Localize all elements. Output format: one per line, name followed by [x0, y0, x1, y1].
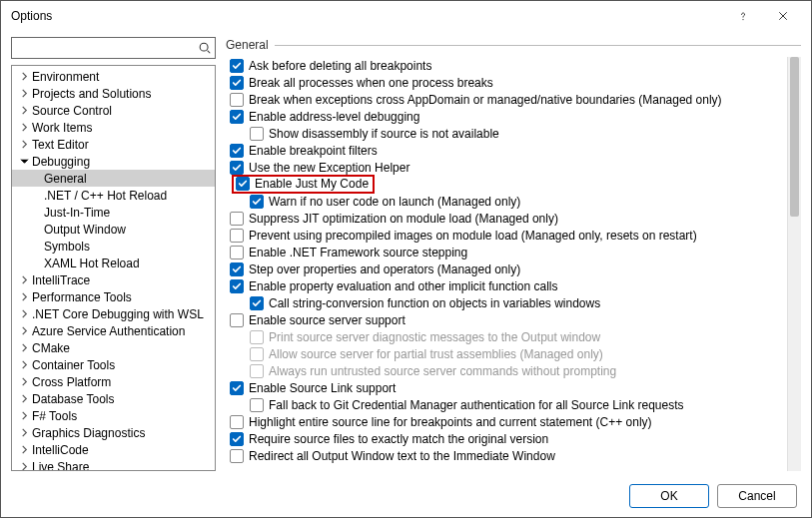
- checkbox[interactable]: [230, 313, 244, 327]
- chevron-right-icon[interactable]: [18, 89, 30, 98]
- chevron-right-icon[interactable]: [18, 360, 30, 369]
- option-row[interactable]: Ask before deleting all breakpoints: [226, 57, 783, 74]
- checkbox[interactable]: [230, 449, 244, 463]
- chevron-right-icon[interactable]: [18, 428, 30, 437]
- tree-item[interactable]: Just-In-Time: [12, 204, 215, 221]
- option-label: Warn if no user code on launch (Managed …: [269, 195, 520, 209]
- checkbox[interactable]: [250, 127, 264, 141]
- option-row[interactable]: Enable breakpoint filters: [226, 142, 783, 159]
- checkbox[interactable]: [230, 212, 244, 226]
- option-row[interactable]: Enable Source Link support: [226, 379, 783, 396]
- tree-item[interactable]: F# Tools: [12, 407, 215, 424]
- tree-item[interactable]: Graphics Diagnostics: [12, 424, 215, 441]
- option-label: Suppress JIT optimization on module load…: [249, 212, 558, 226]
- chevron-right-icon[interactable]: [18, 72, 30, 81]
- search-input[interactable]: [12, 38, 195, 58]
- chevron-right-icon[interactable]: [18, 275, 30, 284]
- option-row[interactable]: Highlight entire source line for breakpo…: [226, 413, 783, 430]
- option-row[interactable]: Enable address-level debugging: [226, 108, 783, 125]
- tree-item[interactable]: .NET / C++ Hot Reload: [12, 187, 215, 204]
- tree-item[interactable]: Debugging: [12, 153, 215, 170]
- tree-item[interactable]: Container Tools: [12, 356, 215, 373]
- ok-button[interactable]: OK: [629, 484, 709, 508]
- option-row[interactable]: Prevent using precompiled images on modu…: [226, 227, 783, 244]
- checkbox[interactable]: [250, 398, 264, 412]
- tree-item[interactable]: Database Tools: [12, 390, 215, 407]
- option-row[interactable]: Show disassembly if source is not availa…: [226, 125, 783, 142]
- search-box[interactable]: [11, 37, 216, 59]
- tree-item[interactable]: Environment: [12, 68, 215, 85]
- option-row[interactable]: Suppress JIT optimization on module load…: [226, 210, 783, 227]
- option-row[interactable]: Enable Just My Code: [226, 176, 783, 193]
- chevron-right-icon[interactable]: [18, 462, 30, 471]
- option-row[interactable]: Fall back to Git Credential Manager auth…: [226, 396, 783, 413]
- option-row: Always run untrusted source server comma…: [226, 362, 783, 379]
- chevron-right-icon[interactable]: [18, 377, 30, 386]
- tree-item[interactable]: Source Control: [12, 102, 215, 119]
- tree-item[interactable]: Work Items: [12, 119, 215, 136]
- checkbox[interactable]: [250, 296, 264, 310]
- tree-item[interactable]: Output Window: [12, 221, 215, 238]
- checkbox[interactable]: [230, 246, 244, 259]
- option-row[interactable]: Warn if no user code on launch (Managed …: [226, 193, 783, 210]
- option-label: Break all processes when one process bre…: [249, 76, 493, 90]
- checkbox[interactable]: [230, 144, 244, 158]
- option-row[interactable]: Enable source server support: [226, 311, 783, 328]
- option-row[interactable]: Redirect all Output Window text to the I…: [226, 447, 783, 464]
- option-row[interactable]: Break all processes when one process bre…: [226, 74, 783, 91]
- options-list[interactable]: Ask before deleting all breakpointsBreak…: [226, 57, 787, 471]
- chevron-right-icon[interactable]: [18, 343, 30, 352]
- checkbox[interactable]: [230, 432, 244, 446]
- checkbox[interactable]: [230, 161, 244, 175]
- tree-item[interactable]: .NET Core Debugging with WSL: [12, 305, 215, 322]
- option-row[interactable]: Require source files to exactly match th…: [226, 430, 783, 447]
- checkbox[interactable]: [230, 59, 244, 73]
- tree-item[interactable]: General: [12, 170, 215, 187]
- checkbox[interactable]: [236, 177, 250, 191]
- tree-item[interactable]: Live Share: [12, 458, 215, 471]
- category-tree[interactable]: EnvironmentProjects and SolutionsSource …: [11, 65, 216, 471]
- tree-item[interactable]: Azure Service Authentication: [12, 322, 215, 339]
- checkbox[interactable]: [230, 415, 244, 429]
- option-row[interactable]: Break when exceptions cross AppDomain or…: [226, 91, 783, 108]
- option-row[interactable]: Use the new Exception Helper: [226, 159, 783, 176]
- search-icon[interactable]: [195, 41, 215, 55]
- chevron-right-icon[interactable]: [18, 411, 30, 420]
- scrollbar[interactable]: [787, 57, 801, 471]
- tree-item[interactable]: IntelliTrace: [12, 271, 215, 288]
- tree-item[interactable]: Projects and Solutions: [12, 85, 215, 102]
- help-button[interactable]: [723, 2, 763, 30]
- chevron-right-icon[interactable]: [18, 106, 30, 115]
- checkbox[interactable]: [230, 76, 244, 90]
- chevron-right-icon[interactable]: [18, 140, 30, 149]
- scrollbar-thumb[interactable]: [790, 57, 799, 217]
- checkbox[interactable]: [230, 93, 244, 107]
- tree-item[interactable]: Text Editor: [12, 136, 215, 153]
- tree-item[interactable]: Symbols: [12, 238, 215, 255]
- option-row[interactable]: Enable property evaluation and other imp…: [226, 277, 783, 294]
- tree-item[interactable]: IntelliCode: [12, 441, 215, 458]
- option-row[interactable]: Enable .NET Framework source stepping: [226, 244, 783, 260]
- checkbox[interactable]: [230, 262, 244, 276]
- chevron-right-icon[interactable]: [18, 123, 30, 132]
- chevron-right-icon[interactable]: [18, 326, 30, 335]
- tree-item[interactable]: CMake: [12, 339, 215, 356]
- close-button[interactable]: [763, 2, 803, 30]
- checkbox[interactable]: [230, 279, 244, 293]
- checkbox[interactable]: [230, 229, 244, 243]
- chevron-right-icon[interactable]: [18, 309, 30, 318]
- tree-item[interactable]: Performance Tools: [12, 288, 215, 305]
- chevron-right-icon[interactable]: [18, 292, 30, 301]
- cancel-button[interactable]: Cancel: [717, 484, 797, 508]
- option-row[interactable]: Step over properties and operators (Mana…: [226, 260, 783, 277]
- chevron-down-icon[interactable]: [18, 157, 30, 166]
- tree-item[interactable]: Cross Platform: [12, 373, 215, 390]
- chevron-right-icon[interactable]: [18, 445, 30, 454]
- tree-item[interactable]: XAML Hot Reload: [12, 255, 215, 271]
- checkbox[interactable]: [230, 381, 244, 395]
- chevron-right-icon[interactable]: [18, 394, 30, 403]
- checkbox[interactable]: [230, 110, 244, 124]
- checkbox: [250, 347, 264, 361]
- checkbox[interactable]: [250, 195, 264, 209]
- option-row[interactable]: Call string-conversion function on objec…: [226, 294, 783, 311]
